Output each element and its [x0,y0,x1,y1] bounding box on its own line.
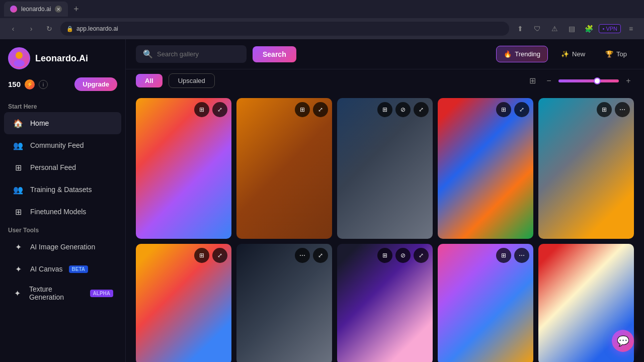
sidebar-item-finetuned[interactable]: ⊞ Finetuned Models [4,201,121,223]
expand-button[interactable]: ⤢ [212,102,227,117]
sidebar-item-ai-canvas[interactable]: ✦ AI Canvas BETA [4,258,121,280]
sidebar-item-ai-image[interactable]: ✦ AI Image Generation [4,236,121,258]
remix-button[interactable]: ⊞ [194,248,209,263]
gallery-item[interactable]: ⊞ ⊘ ⤢ [337,98,433,239]
gallery-item[interactable]: ⊞ ⋯ [538,98,634,239]
expand-button[interactable]: ⤢ [313,248,328,263]
sidebar-item-community-feed[interactable]: 👥 Community Feed [4,134,121,156]
gallery-item[interactable]: ⊞ ⤢ [236,98,332,239]
trending-button[interactable]: 🔥 Trending [496,46,548,62]
sidebar-label-training: Training & Datasets [30,186,92,194]
community-icon: 👥 [12,139,24,151]
expand-button[interactable]: ⤢ [212,248,227,263]
trophy-icon: 🏆 [605,50,613,58]
tab-favicon [10,6,17,13]
brand-name: Leonardo.Ai [35,53,88,64]
address-bar[interactable]: 🔒 app.leonardo.ai [60,22,509,36]
token-icon: ⚡ [25,79,35,89]
remix-button[interactable]: ⊞ [377,248,392,263]
sparkle-icon: ✨ [561,50,569,58]
gallery: ⊞ ⤢ ⊞ ⤢ ⊞ ⊘ ⤢ [126,92,644,362]
home-icon: 🏠 [12,117,24,129]
all-filter-button[interactable]: All [136,74,163,87]
nav-bar: ‹ › ↻ 🔒 app.leonardo.ai ⬆ 🛡 ⚠ ▤ 🧩 • VPN … [0,18,644,39]
extensions-icon[interactable]: 🧩 [582,22,596,36]
gallery-item[interactable]: ⊞ ⤢ [136,98,231,239]
remix-button[interactable]: ⊞ [496,248,511,263]
menu-icon[interactable]: ≡ [624,22,638,36]
upscaled-filter-button[interactable]: Upscaled [169,73,215,88]
browser-chrome: leonardo.ai ✕ + ‹ › ↻ 🔒 app.leonardo.ai … [0,0,644,39]
grid-view-icon[interactable]: ⊞ [525,74,539,88]
gallery-item[interactable]: ⋯ ⤢ [236,244,332,362]
menu-button[interactable]: ⋯ [295,248,310,263]
beta-badge: BETA [69,265,88,273]
gallery-item[interactable]: ⊞ ⤢ [438,98,533,239]
reader-icon[interactable]: ▤ [565,22,579,36]
gallery-item[interactable]: ⊞ ⊘ ⤢ [337,244,433,362]
sidebar-item-personal-feed[interactable]: ⊞ Personal Feed [4,156,121,178]
share-icon[interactable]: ⬆ [513,22,527,36]
remix-button[interactable]: ⊞ [496,102,511,117]
texture-icon: ✦ [12,287,23,299]
remix-button[interactable]: ⊞ [194,102,209,117]
svg-point-1 [14,60,25,67]
new-button[interactable]: ✨ New [554,46,592,62]
active-tab[interactable]: leonardo.ai ✕ [4,2,68,17]
search-button[interactable]: Search [253,46,296,62]
new-label: New [572,50,585,58]
gallery-item[interactable]: ⊞ ⋯ [438,244,533,362]
refresh-button[interactable]: ↻ [42,22,56,36]
vpn-badge: • VPN [599,24,621,33]
ai-canvas-icon: ✦ [12,263,24,275]
slash-button[interactable]: ⊘ [395,248,411,263]
item-overlay: ⊞ ⋯ [438,244,533,267]
expand-button[interactable]: ⤢ [414,248,429,263]
nav-actions: ⬆ 🛡 ⚠ ▤ 🧩 • VPN ≡ [513,22,638,36]
token-count: 150 [8,80,21,88]
training-icon: 👥 [12,184,24,196]
top-button[interactable]: 🏆 Top [598,46,634,62]
zoom-in-button[interactable]: + [623,75,634,86]
app-container: Leonardo.Ai 150 ⚡ i Upgrade Start Here 🏠… [0,39,644,362]
sidebar-label-home: Home [30,119,49,127]
menu-button[interactable]: ⋯ [615,102,630,117]
sidebar: Leonardo.Ai 150 ⚡ i Upgrade Start Here 🏠… [0,39,126,362]
item-overlay: ⊞ ⋯ [538,98,634,121]
zoom-out-button[interactable]: − [543,75,554,86]
item-overlay [538,244,634,252]
back-button[interactable]: ‹ [6,22,20,36]
search-box[interactable]: 🔍 [136,45,247,63]
expand-button[interactable]: ⤢ [414,102,429,117]
toolbar: 🔍 Search 🔥 Trending ✨ New 🏆 Top [126,39,644,69]
url-text: app.leonardo.ai [76,25,118,32]
info-icon[interactable]: i [39,80,48,89]
item-overlay: ⊞ ⤢ [136,244,231,267]
zoom-slider[interactable] [558,79,619,82]
tab-close-button[interactable]: ✕ [55,6,62,13]
remix-button[interactable]: ⊞ [377,102,392,117]
remix-button[interactable]: ⊞ [295,102,310,117]
search-input[interactable] [157,50,239,58]
sidebar-item-training[interactable]: 👥 Training & Datasets [4,178,121,201]
new-tab-button[interactable]: + [70,3,82,15]
slash-button[interactable]: ⊘ [395,102,411,117]
shield-icon[interactable]: 🛡 [530,22,544,36]
chat-icon: 💬 [617,335,629,347]
alert-icon[interactable]: ⚠ [547,22,561,36]
forward-button[interactable]: › [24,22,38,36]
user-tools-label: User Tools [0,223,125,236]
upgrade-button[interactable]: Upgrade [74,77,117,91]
item-overlay: ⋯ ⤢ [236,244,332,267]
sidebar-label-ai-canvas: AI Canvas [30,265,63,273]
gallery-item[interactable]: ⊞ ⤢ [136,244,231,362]
expand-button[interactable]: ⤢ [313,102,328,117]
sidebar-item-texture[interactable]: ✦ Texture Generation ALPHA [4,280,121,306]
sidebar-label-texture: Texture Generation [29,285,84,301]
remix-button[interactable]: ⊞ [597,102,612,117]
sidebar-item-home[interactable]: 🏠 Home [4,112,121,134]
expand-button[interactable]: ⤢ [514,102,529,117]
menu-button[interactable]: ⋯ [514,248,529,263]
fire-icon: 🔥 [504,50,512,58]
chat-bubble[interactable]: 💬 [612,330,634,352]
